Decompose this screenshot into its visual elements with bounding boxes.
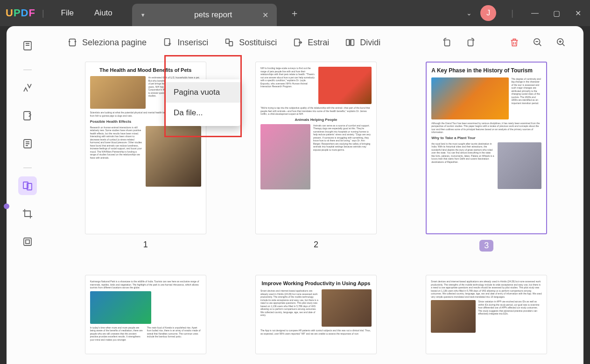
svg-rect-7 (70, 39, 76, 46)
compress-icon[interactable] (18, 232, 37, 251)
crop-icon[interactable] (18, 204, 37, 223)
page-toolbar: Seleziona pagine Inserisci Sostituisci E… (49, 26, 583, 54)
page-number: 3 (479, 240, 493, 252)
titlebar: UPDF | File Aiuto ▼ pets report ✕ ＋ ⌄ J … (0, 0, 590, 26)
zoom-in-icon[interactable] (553, 34, 569, 51)
tab-menu-icon[interactable]: ▼ (140, 12, 146, 18)
page-thumbnail[interactable]: Improve Working Productivity in Using Ap… (255, 275, 377, 354)
svg-rect-12 (346, 40, 349, 46)
svg-rect-5 (24, 238, 31, 245)
main-area: — — Seleziona pagine Inserisci Sostituis… (7, 26, 583, 364)
thumb-title: Improve Working Productivity in Using Ap… (260, 280, 372, 287)
thumb-title: The Health and Mood Benefits of Pets (90, 67, 201, 73)
page-cell[interactable]: Kaziranga National Park is a showcase to… (77, 275, 214, 354)
thumb-title: A Key Phase in the History of Tourism (431, 67, 541, 75)
comment-icon[interactable] (18, 78, 37, 97)
page-thumbnail[interactable]: NIH is funding large-scale surveys to fi… (255, 62, 377, 234)
page-number: 1 (143, 240, 148, 250)
page-thumbnail[interactable]: Smart devices and internet-based applica… (426, 275, 547, 354)
extract-button[interactable]: Estrai (288, 35, 334, 50)
menu-file[interactable]: File (61, 8, 74, 18)
extract-label: Estrai (308, 38, 329, 48)
thumb-subtitle: Why to Take a Plant Tour (431, 136, 541, 140)
minimize-icon[interactable]: — (528, 9, 541, 17)
svg-rect-9 (226, 39, 229, 43)
avatar[interactable]: J (480, 5, 496, 21)
select-pages-button[interactable]: Seleziona pagine (63, 35, 151, 50)
left-sidebar: — — (7, 26, 49, 364)
svg-rect-14 (445, 40, 450, 46)
tab-title: pets report (174, 10, 253, 20)
rotate-right-icon[interactable] (462, 34, 479, 51)
add-tab-icon[interactable]: ＋ (290, 7, 299, 20)
page-thumbnail[interactable]: A Key Phase in the History of Tourism Th… (426, 62, 547, 234)
svg-rect-13 (351, 40, 354, 46)
side-handle[interactable] (4, 203, 9, 209)
menu-help[interactable]: Aiuto (94, 8, 112, 18)
page-cell[interactable]: Improve Working Productivity in Using Ap… (247, 275, 385, 354)
svg-rect-8 (165, 39, 170, 46)
organize-pages-icon[interactable] (18, 176, 37, 195)
page-number: 2 (314, 240, 318, 250)
svg-rect-0 (24, 42, 31, 50)
reader-icon[interactable] (18, 36, 37, 55)
svg-rect-15 (468, 40, 473, 46)
page-thumbnail[interactable]: Kaziranga National Park is a showcase to… (85, 275, 206, 354)
insert-button[interactable]: Inserisci (158, 35, 213, 50)
insert-blank-page[interactable]: Pagina vuota (165, 82, 241, 103)
replace-label: Sostituisci (239, 38, 277, 48)
insert-from-file[interactable]: Da file... (165, 103, 241, 123)
delete-icon[interactable] (506, 34, 523, 51)
edit-icon[interactable] (18, 106, 37, 125)
page-cell[interactable]: A Key Phase in the History of Tourism Th… (418, 62, 555, 252)
select-pages-label: Seleziona pagine (82, 38, 147, 48)
split-label: Dividi (360, 38, 380, 48)
document-tab[interactable]: ▼ pets report ✕ (132, 4, 277, 26)
svg-rect-6 (26, 240, 29, 244)
thumb-subtitle: Animals Helping People (260, 118, 372, 122)
insert-dropdown: Pagina vuota Da file... (165, 79, 241, 126)
maximize-icon[interactable]: ▢ (550, 9, 563, 18)
page-cell[interactable]: Smart devices and internet-based applica… (418, 275, 555, 354)
zoom-out-icon[interactable] (529, 34, 546, 51)
app-logo: UPDF (6, 7, 35, 19)
close-icon[interactable]: ✕ (262, 11, 268, 20)
close-window-icon[interactable]: ✕ (571, 9, 584, 18)
replace-button[interactable]: Sostituisci (219, 35, 281, 50)
chevron-down-icon[interactable]: ⌄ (466, 9, 472, 17)
separator: — (23, 64, 32, 69)
insert-label: Inserisci (177, 38, 208, 48)
svg-rect-10 (229, 42, 232, 46)
split-button[interactable]: Dividi (340, 35, 385, 50)
ocr-icon[interactable] (18, 134, 37, 153)
rotate-left-icon[interactable] (439, 34, 456, 51)
page-cell[interactable]: NIH is funding large-scale surveys to fi… (247, 62, 385, 252)
pages-grid[interactable]: The Health and Mood Benefits of Pets An … (49, 54, 583, 364)
separator: — (23, 162, 32, 167)
content: Seleziona pagine Inserisci Sostituisci E… (49, 26, 583, 364)
